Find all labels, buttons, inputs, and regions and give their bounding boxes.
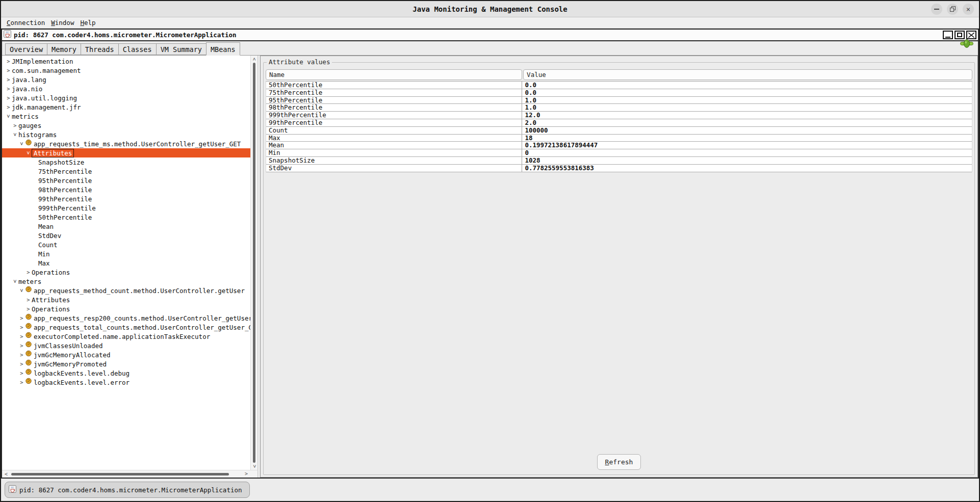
collapse-icon[interactable]: > xyxy=(17,140,27,147)
tree-node-metrics[interactable]: >metrics xyxy=(2,112,250,121)
tree-node-app-requests-resp200-counts-method-usercontroller-getuser-g[interactable]: >app_requests_resp200_counts.method.User… xyxy=(2,313,250,323)
tab-classes[interactable]: Classes xyxy=(118,43,157,55)
tree-node-jdk-management-jfr[interactable]: >jdk.management.jfr xyxy=(2,102,250,112)
tree-node-operations[interactable]: >Operations xyxy=(2,268,250,277)
expand-icon[interactable]: > xyxy=(5,93,12,102)
tree-node-attributes[interactable]: >Attributes xyxy=(2,148,250,157)
connection-status-pill[interactable]: pid: 8627 com.coder4.homs.micrometer.Mic… xyxy=(5,482,250,498)
tab-vm-summary[interactable]: VM Summary xyxy=(156,43,207,55)
expand-icon[interactable]: > xyxy=(5,57,12,66)
expand-icon[interactable]: > xyxy=(25,268,32,277)
attribute-row-count[interactable]: Count100000 xyxy=(266,127,972,135)
tree-node-java-util-logging[interactable]: >java.util.logging xyxy=(2,93,250,102)
vscroll-thumb[interactable] xyxy=(253,63,255,463)
tree-node-75thpercentile[interactable]: 75thPercentile xyxy=(2,167,250,176)
collapse-icon[interactable]: > xyxy=(11,131,20,138)
expand-icon[interactable]: > xyxy=(18,323,25,332)
tree-node-attributes[interactable]: >Attributes xyxy=(2,295,250,304)
menu-help[interactable]: Help xyxy=(77,18,98,28)
tree-node-98thpercentile[interactable]: 98thPercentile xyxy=(2,185,250,194)
tree-node-app-requests-time-ms-method-usercontroller-getuser-get[interactable]: >app_requests_time_ms.method.UserControl… xyxy=(2,139,250,148)
tree-node-min[interactable]: Min xyxy=(2,249,250,258)
tree-node-95thpercentile[interactable]: 95thPercentile xyxy=(2,176,250,185)
tree-horizontal-scrollbar[interactable]: > > xyxy=(2,470,257,478)
collapse-icon[interactable]: > xyxy=(17,287,27,294)
refresh-button[interactable]: Refresh xyxy=(597,454,641,470)
vscroll-track[interactable] xyxy=(251,62,257,463)
tree-node-meters[interactable]: >meters xyxy=(2,277,250,286)
tree-node-mean[interactable]: Mean xyxy=(2,222,250,231)
tree-node-jmimplementation[interactable]: >JMImplementation xyxy=(2,57,250,66)
tree-node-gauges[interactable]: >gauges xyxy=(2,121,250,130)
expand-icon[interactable]: > xyxy=(12,121,18,130)
tree-node-snapshotsize[interactable]: SnapshotSize xyxy=(2,157,250,167)
scroll-down-icon[interactable]: > xyxy=(251,463,257,469)
attribute-row-max[interactable]: Max18 xyxy=(266,135,972,142)
menu-window[interactable]: Window xyxy=(48,18,77,28)
expand-icon[interactable]: > xyxy=(5,102,12,112)
tab-threads[interactable]: Threads xyxy=(81,43,119,55)
expand-icon[interactable]: > xyxy=(18,313,25,323)
attribute-row-95thpercentile[interactable]: 95thPercentile1.0 xyxy=(266,97,972,104)
scroll-right-icon[interactable]: > xyxy=(243,471,249,477)
attribute-row-50thpercentile[interactable]: 50thPercentile0.0 xyxy=(266,82,972,89)
collapse-icon[interactable]: > xyxy=(24,149,33,156)
attribute-row-stddev[interactable]: StdDev0.7782559553816383 xyxy=(266,165,972,172)
expand-icon[interactable]: > xyxy=(5,84,12,93)
tree-node-jvmgcmemorypromoted[interactable]: >jvmGcMemoryPromoted xyxy=(2,359,250,368)
tab-mbeans[interactable]: MBeans xyxy=(206,42,240,56)
attribute-row-99thpercentile[interactable]: 99thPercentile2.0 xyxy=(266,119,972,127)
attribute-row-75thpercentile[interactable]: 75thPercentile0.0 xyxy=(266,89,972,97)
tab-overview[interactable]: Overview xyxy=(5,43,47,55)
expand-icon[interactable]: > xyxy=(18,341,25,350)
tree-node-logbackevents-level-error[interactable]: >logbackEvents.level.error xyxy=(2,378,250,387)
expand-icon[interactable]: > xyxy=(25,295,32,304)
attribute-row-999thpercentile[interactable]: 999thPercentile12.0 xyxy=(266,112,972,119)
attribute-row-mean[interactable]: Mean0.19972138617894447 xyxy=(266,142,972,149)
expand-icon[interactable]: > xyxy=(18,378,25,387)
window-restore-button[interactable] xyxy=(947,4,958,15)
expand-icon[interactable]: > xyxy=(18,332,25,341)
tree-node-com-sun-management[interactable]: >com.sun.management xyxy=(2,66,250,75)
tree-node-histograms[interactable]: >histograms xyxy=(2,130,250,139)
tree-node-app-requests-total-counts-method-usercontroller-getuser-get[interactable]: >app_requests_total_counts.method.UserCo… xyxy=(2,323,250,332)
tree-node-stddev[interactable]: StdDev xyxy=(2,231,250,240)
tree-node-app-requests-method-count-method-usercontroller-getuser[interactable]: >app_requests_method_count.method.UserCo… xyxy=(2,286,250,295)
column-header-name[interactable]: Name xyxy=(266,69,522,80)
column-header-value[interactable]: Value xyxy=(523,69,972,80)
tree-node-999thpercentile[interactable]: 999thPercentile xyxy=(2,203,250,213)
expand-icon[interactable]: > xyxy=(18,350,25,359)
tree-node-java-lang[interactable]: >java.lang xyxy=(2,75,250,84)
expand-icon[interactable]: > xyxy=(18,359,25,368)
attribute-row-98thpercentile[interactable]: 98thPercentile1.0 xyxy=(266,104,972,112)
tree-node-executorcompleted-name-applicationtaskexecutor[interactable]: >executorCompleted.name.applicationTaskE… xyxy=(2,332,250,341)
window-minimize-button[interactable] xyxy=(931,4,942,15)
frame-close-button[interactable] xyxy=(966,31,976,39)
expand-icon[interactable]: > xyxy=(5,66,12,75)
attribute-row-snapshotsize[interactable]: SnapshotSize1028 xyxy=(266,157,972,165)
expand-icon[interactable]: > xyxy=(5,75,12,84)
attribute-row-min[interactable]: Min0 xyxy=(266,149,972,157)
tree-node-max[interactable]: Max xyxy=(2,258,250,268)
hscroll-thumb[interactable] xyxy=(11,473,229,475)
window-close-button[interactable]: × xyxy=(963,4,974,15)
tree-vertical-scrollbar[interactable]: > > xyxy=(250,56,257,470)
tree-node-java-nio[interactable]: >java.nio xyxy=(2,84,250,93)
frame-minimize-button[interactable] xyxy=(943,31,953,39)
tree-node-count[interactable]: Count xyxy=(2,240,250,249)
tree-node-jvmgcmemoryallocated[interactable]: >jvmGcMemoryAllocated xyxy=(2,350,250,359)
frame-maximize-button[interactable] xyxy=(955,31,965,39)
collapse-icon[interactable]: > xyxy=(4,113,13,119)
collapse-icon[interactable]: > xyxy=(11,278,20,284)
tree-node-99thpercentile[interactable]: 99thPercentile xyxy=(2,194,250,203)
scroll-up-icon[interactable]: > xyxy=(251,56,257,62)
menu-connection[interactable]: Connection xyxy=(4,18,48,28)
scroll-left-icon[interactable]: > xyxy=(3,471,9,477)
tree-node-50thpercentile[interactable]: 50thPercentile xyxy=(2,213,250,222)
tree-node-logbackevents-level-debug[interactable]: >logbackEvents.level.debug xyxy=(2,368,250,378)
expand-icon[interactable]: > xyxy=(18,368,25,378)
tree-node-operations[interactable]: >Operations xyxy=(2,304,250,313)
expand-icon[interactable]: > xyxy=(25,304,32,313)
tree-node-jvmclassesunloaded[interactable]: >jvmClassesUnloaded xyxy=(2,341,250,350)
hscroll-track[interactable] xyxy=(9,470,243,478)
